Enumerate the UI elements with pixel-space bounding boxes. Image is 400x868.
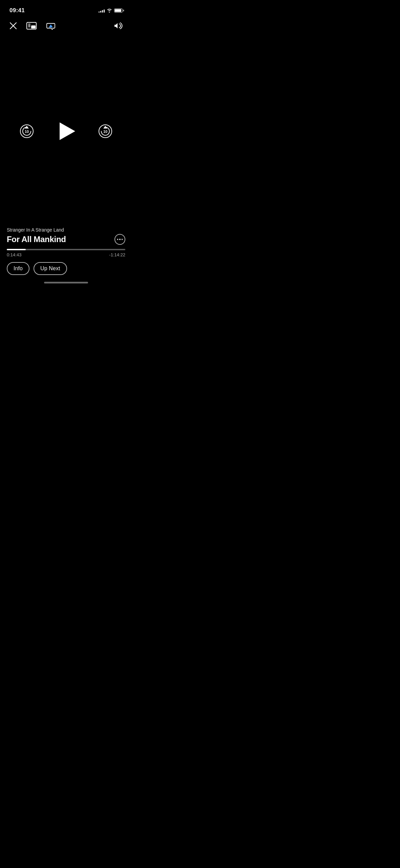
progress-fill [7,249,26,250]
time-labels: 0:14:43 -1:14:22 [7,252,125,257]
close-button[interactable] [8,21,18,31]
status-time: 09:41 [9,7,25,14]
svg-marker-7 [49,24,53,27]
volume-button[interactable] [112,20,124,31]
replay-10-icon: 10 [19,124,34,139]
home-bar [44,282,88,283]
progress-track[interactable] [7,249,125,250]
close-icon [9,22,17,29]
home-indicator [0,282,132,286]
time-remaining: -1:14:22 [109,252,125,257]
progress-bar-container[interactable]: 0:14:43 -1:14:22 [7,249,125,257]
wifi-icon [107,8,112,13]
show-title-row: For All Mankind [7,234,125,245]
forward-10-button[interactable]: 10 [97,122,114,140]
video-area[interactable]: 10 10 [0,35,132,227]
show-title: For All Mankind [7,235,66,244]
pip-icon [26,22,37,30]
screen: 09:41 [0,0,132,286]
bottom-section: Stranger In A Strange Land For All Manki… [0,227,132,282]
play-button[interactable] [56,121,76,141]
play-icon [60,122,75,140]
more-options-button[interactable] [114,234,125,245]
svg-text:10: 10 [103,130,107,134]
signal-icon [99,8,105,13]
status-bar: 09:41 [0,0,132,16]
up-next-button[interactable]: Up Next [34,262,67,275]
button-row: Info Up Next [7,262,125,275]
svg-text:10: 10 [25,130,29,134]
forward-10-icon: 10 [98,124,113,139]
replay-10-button[interactable]: 10 [18,122,36,140]
airplay-icon [46,22,56,30]
status-icons [99,8,123,13]
volume-icon [113,22,123,30]
episode-subtitle: Stranger In A Strange Land [7,227,125,233]
svg-rect-3 [31,25,36,28]
time-current: 0:14:43 [7,252,21,257]
top-controls [0,16,132,35]
pip-button[interactable] [25,20,38,31]
info-button[interactable]: Info [7,262,29,275]
playback-controls: 10 10 [18,121,114,141]
more-options-icon [114,234,125,245]
battery-icon [114,8,123,13]
airplay-button[interactable] [45,20,57,31]
